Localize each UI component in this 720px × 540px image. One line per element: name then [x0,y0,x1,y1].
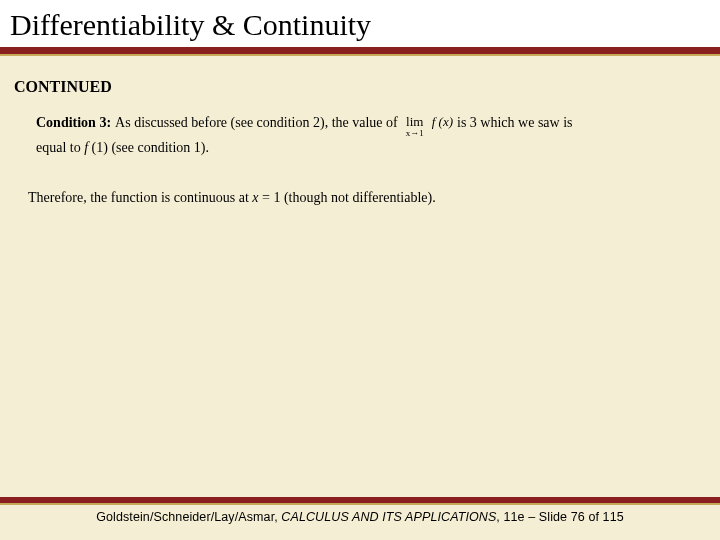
limit-expression: lim x→1 [406,115,424,138]
condition-line-1: Condition 3: As discussed before (see co… [36,112,692,135]
limit-sub: x→1 [406,129,424,138]
title-block: Differentiability & Continuity [0,0,720,47]
limit-fx: f (x) [432,113,453,131]
footer-text: Goldstein/Schneider/Lay/Asmar, CALCULUS … [0,505,720,524]
footer: Goldstein/Schneider/Lay/Asmar, CALCULUS … [0,497,720,524]
line2-a: equal to [36,140,84,155]
condition-label: Condition 3: [36,114,111,133]
footer-book: CALCULUS AND ITS APPLICATIONS [281,510,496,524]
body-text: Condition 3: As discussed before (see co… [0,112,720,158]
footer-authors: Goldstein/Schneider/Lay/Asmar, [96,510,281,524]
footer-edition: , 11e – Slide 76 of 115 [496,510,623,524]
limit-lim: lim [406,115,423,128]
conclusion-a: Therefore, the function is continuous at [28,190,252,205]
page-title: Differentiability & Continuity [10,8,710,41]
conclusion: Therefore, the function is continuous at… [0,190,720,206]
condition-text-after: is 3 which we saw is [457,114,573,133]
condition-text-before: As discussed before (see condition 2), t… [115,114,398,133]
conclusion-b: = 1 (though not differentiable). [259,190,436,205]
line2-fx: f [84,140,91,155]
continued-label: CONTINUED [0,78,720,96]
line2-b: (1) (see condition 1). [92,140,209,155]
title-rule [0,47,720,54]
condition-line-2: equal to f (1) (see condition 1). [36,139,692,158]
